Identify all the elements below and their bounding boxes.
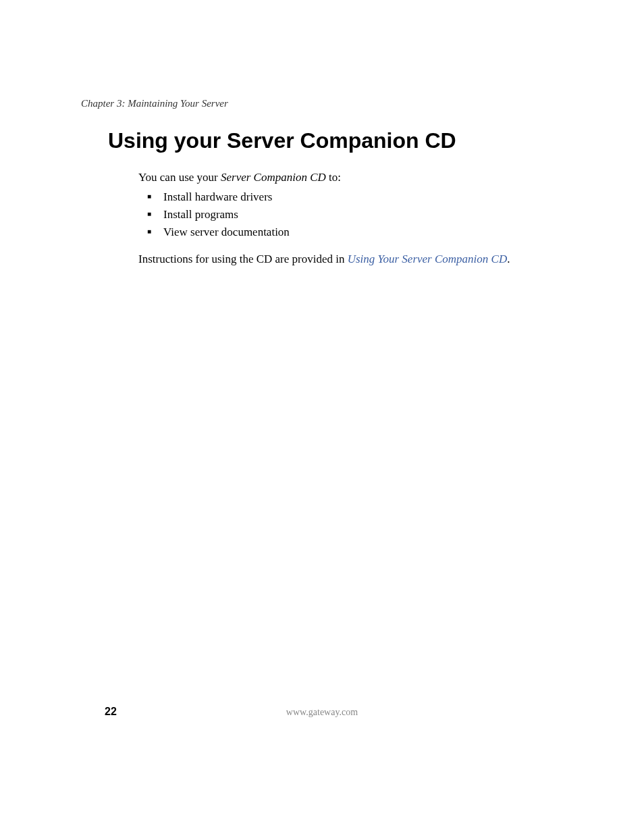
instructions-prefix: Instructions for using the CD are provid… xyxy=(138,253,348,265)
chapter-header: Chapter 3: Maintaining Your Server xyxy=(81,98,228,109)
instructions-suffix: . xyxy=(507,253,510,265)
intro-prefix: You can use your xyxy=(138,171,221,184)
list-item: Install programs xyxy=(147,208,290,221)
footer-url: www.gateway.com xyxy=(286,707,358,718)
cross-reference-link[interactable]: Using Your Server Companion CD xyxy=(348,253,507,265)
list-item: View server documentation xyxy=(147,226,290,239)
bullet-list: Install hardware drivers Install program… xyxy=(147,190,290,243)
page-number: 22 xyxy=(105,706,117,718)
intro-italic: Server Companion CD xyxy=(221,171,326,184)
list-item: Install hardware drivers xyxy=(147,190,290,204)
instructions-paragraph: Instructions for using the CD are provid… xyxy=(138,253,510,266)
page-title: Using your Server Companion CD xyxy=(108,128,456,153)
intro-paragraph: You can use your Server Companion CD to: xyxy=(138,171,341,184)
intro-suffix: to: xyxy=(326,171,341,184)
